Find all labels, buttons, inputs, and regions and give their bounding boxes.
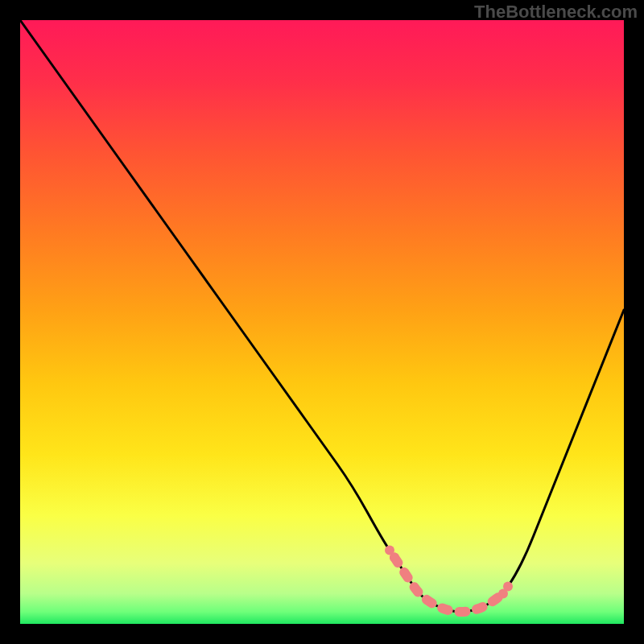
chart-frame: [20, 20, 624, 624]
watermark-text: TheBottleneck.com: [474, 2, 638, 23]
bottleneck-chart: [20, 20, 624, 624]
flat-region-end-dot: [503, 582, 513, 592]
flat-region-end-dot: [385, 546, 394, 555]
